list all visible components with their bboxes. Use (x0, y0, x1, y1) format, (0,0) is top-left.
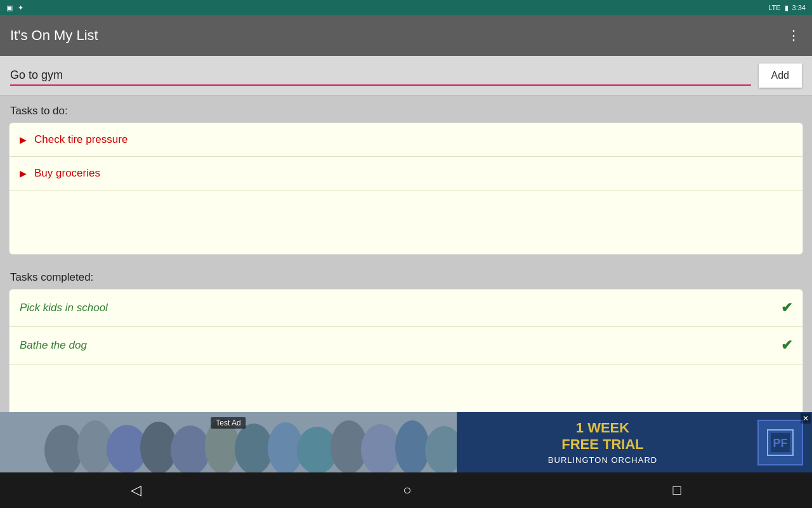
main-content: Add Tasks to do: ▶ Check tire pressure ▶… (0, 56, 812, 429)
add-button[interactable]: Add (759, 64, 802, 88)
task-input[interactable] (10, 66, 751, 86)
home-nav-icon[interactable]: ○ (403, 482, 411, 498)
todo-list-container: ▶ Check tire pressure ▶ Buy groceries (9, 123, 803, 255)
battery-icon: ▮ (785, 4, 789, 12)
notification-icon: ▣ (6, 4, 13, 12)
svg-point-7 (235, 424, 273, 472)
completed-list-container: Pick kids in school ✔ Bathe the dog ✔ (9, 289, 803, 429)
input-row: Add (0, 56, 812, 96)
ad-label: Test Ad (211, 417, 246, 429)
svg-point-12 (395, 420, 429, 472)
completed-item-1[interactable]: Pick kids in school ✔ (10, 290, 802, 327)
recent-nav-icon[interactable]: □ (673, 482, 681, 498)
completed-item-2[interactable]: Bathe the dog ✔ (10, 327, 802, 364)
status-bar-left: ▣ ✦ (6, 4, 23, 12)
completed-text-1: Pick kids in school (20, 302, 773, 314)
todo-item-2[interactable]: ▶ Buy groceries (10, 157, 802, 190)
check-icon-2: ✔ (781, 337, 792, 354)
todo-arrow-2: ▶ (20, 168, 27, 178)
status-bar-right: LTE ▮ 3:34 (768, 4, 806, 12)
more-options-icon[interactable]: ⋮ (787, 27, 802, 44)
status-bar: ▣ ✦ LTE ▮ 3:34 (0, 0, 812, 15)
todo-item-1[interactable]: ▶ Check tire pressure (10, 123, 802, 157)
ad-image-section: Test Ad (0, 412, 457, 472)
completed-empty-row (10, 364, 802, 396)
app-title: It's On My List (10, 27, 98, 44)
svg-text:PF: PF (773, 437, 787, 450)
todo-section-label: Tasks to do: (0, 96, 812, 123)
todo-empty-row (10, 190, 802, 222)
nav-bar: ◁ ○ □ (0, 472, 812, 508)
ad-logo-box: PF (757, 420, 803, 465)
completed-text-2: Bathe the dog (20, 339, 773, 352)
ad-brand-text: BURLINGTON ORCHARD (548, 455, 657, 465)
todo-text-2: Buy groceries (34, 167, 792, 180)
todo-empty-row-2 (10, 222, 802, 254)
todo-arrow-1: ▶ (20, 135, 27, 145)
signal-text: LTE (768, 4, 780, 11)
ad-banner[interactable]: Test Ad 1 WEEKFREE TRIAL BURLINGTON ORCH… (0, 412, 812, 472)
todo-text-1: Check tire pressure (34, 133, 792, 146)
completed-section-label: Tasks completed: (0, 262, 812, 289)
time-display: 3:34 (792, 4, 806, 11)
ad-text-section: 1 WEEKFREE TRIAL BURLINGTON ORCHARD (457, 412, 749, 472)
check-icon-1: ✔ (781, 300, 792, 316)
app-bar: It's On My List ⋮ (0, 15, 812, 56)
app-icon: ✦ (18, 4, 23, 12)
ad-close-button[interactable]: ✕ (801, 413, 811, 424)
back-nav-icon[interactable]: ◁ (131, 482, 141, 498)
ad-promo-text: 1 WEEKFREE TRIAL (561, 420, 644, 453)
